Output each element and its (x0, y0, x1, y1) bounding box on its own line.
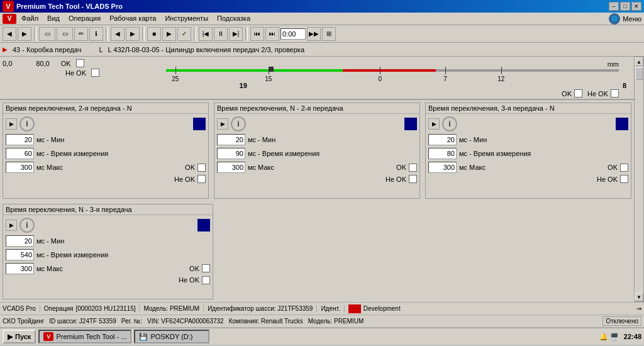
empty-space (216, 201, 634, 303)
top-panels-row: Время переключения, 2-я передача - N ▶ i… (0, 99, 634, 201)
gauge-val1: 0,0 (3, 60, 12, 67)
panel-2-max-input[interactable] (217, 162, 245, 173)
bottom-panel-measure-input[interactable] (6, 249, 34, 260)
menu-view[interactable]: Вид (43, 14, 64, 24)
panel-1-play[interactable]: ▶ (6, 118, 17, 130)
forward-button[interactable]: ▶ (18, 27, 31, 41)
panel-2-title: Время переключения, N - 2-я передача (214, 103, 419, 114)
maximize-button[interactable]: □ (620, 2, 630, 11)
stop-button[interactable]: ■ (147, 27, 161, 41)
panel-1-min-input[interactable] (6, 134, 34, 145)
panel-3-ok-cb[interactable] (620, 164, 628, 172)
start-button[interactable]: ▶ Пуск (3, 330, 36, 343)
panel-2-measure-input[interactable] (217, 148, 245, 159)
panel-3-max-input[interactable] (428, 162, 457, 173)
bottom-panel-measure-row: мс - Время измерения (3, 248, 213, 262)
sep3 (142, 27, 145, 41)
minimize-button[interactable]: – (609, 2, 619, 11)
info-button[interactable]: ℹ (89, 27, 103, 41)
right-value: 8 (623, 82, 626, 89)
skip-prev[interactable]: ⏮ (250, 27, 264, 41)
bottom-panel-controls: ▶ i (3, 215, 213, 234)
info-bar: СКО Тройдинг ID шасси: J24TF 53359 Рег. … (0, 315, 644, 327)
menu-logo: V (3, 14, 16, 24)
menu-workcard[interactable]: Рабочая карта (106, 14, 160, 24)
step-next[interactable]: ▶| (229, 27, 243, 41)
taskbar-item-1[interactable]: V Premium Tech Tool - ... (38, 330, 131, 343)
gauge-ok-section: OK Не OK (562, 89, 631, 98)
back-button[interactable]: ◀ (3, 27, 16, 41)
bottom-panel: Время переключения, N - 3-я передача ▶ i… (3, 204, 213, 300)
panel-2-play[interactable]: ▶ (217, 118, 228, 130)
panel-2-measure-row: мс - Время измерения (214, 147, 419, 160)
menu-tools[interactable]: Инструменты (161, 14, 212, 24)
panel-3-info[interactable]: i (442, 116, 457, 131)
panel-1-info[interactable]: i (19, 116, 35, 131)
info-id: ID шасси: J24TF 53359 (49, 318, 116, 325)
close-button[interactable]: ✕ (631, 2, 641, 11)
panel-2-info[interactable]: i (231, 116, 246, 131)
taskbar-item-2[interactable]: 💾 POSKDY (D:) (134, 330, 209, 343)
menu-file[interactable]: Файл (18, 14, 42, 24)
info-vin: VIN: VF624CPA000063732 (147, 318, 224, 325)
panel-1-measure-input[interactable] (6, 148, 34, 159)
panel-1-min-row: мс - Мин (3, 133, 208, 147)
step-prev[interactable]: |◀ (199, 27, 213, 41)
btn3[interactable]: ✏ (74, 27, 88, 41)
panel-1-measure-label: мс - Время измерения (36, 150, 108, 157)
next-button[interactable]: ▶ (126, 27, 140, 41)
path-left: 43 - Коробка передач (13, 46, 81, 53)
tick-7 (445, 67, 446, 74)
panel-1-ok-cb[interactable] (197, 164, 206, 172)
panel-2-notok-cb[interactable] (409, 175, 417, 183)
time-next[interactable]: ▶▶ (307, 27, 321, 41)
bottom-panel-play[interactable]: ▶ (6, 220, 17, 231)
tick-label-25: 25 (172, 75, 179, 82)
gauge-ok-checkbox[interactable] (76, 59, 84, 67)
gauge-ok-cb2[interactable] (574, 89, 582, 98)
scrollbar-vertical[interactable]: ▲ ▼ (634, 57, 644, 302)
panel-1-notok: Не OK (174, 176, 195, 183)
panel-1-notok-cb[interactable] (197, 175, 206, 183)
panel-1-max-input[interactable] (6, 162, 34, 173)
bottom-panel-ok: OK (189, 265, 199, 272)
skip-next[interactable]: ⏭ (265, 27, 279, 41)
prev-button[interactable]: ◀ (111, 27, 125, 41)
bottom-panel-min-input[interactable] (6, 235, 34, 247)
panel-3-measure-input[interactable] (428, 148, 457, 159)
bottom-panel-notok-cb[interactable] (202, 276, 210, 284)
bottom-panel-max-input[interactable] (6, 263, 34, 274)
btn1[interactable]: ▭ (39, 27, 55, 41)
bottom-panel-max-row: мс Макс OK (3, 262, 213, 276)
panel-2-ok-cb[interactable] (409, 164, 417, 172)
step-pause[interactable]: ⏸ (214, 27, 228, 41)
sep1 (34, 27, 36, 41)
panel-3-min-input[interactable] (428, 134, 457, 145)
panel-3-max-row: мс Макс OK (426, 160, 631, 174)
check-button[interactable]: ✓ (177, 27, 191, 41)
panel-3-play[interactable]: ▶ (428, 118, 440, 130)
bottom-panel-info[interactable]: i (19, 218, 35, 233)
title-bar-controls[interactable]: – □ ✕ (609, 2, 641, 11)
end-button[interactable]: ⊞ (322, 27, 336, 41)
menu-operation[interactable]: Операция (65, 14, 104, 24)
status-app: VCADS Pro (3, 305, 40, 312)
menu-help[interactable]: Подсказка (213, 14, 254, 24)
panel-3-notok-cb[interactable] (620, 175, 628, 183)
taskbar: ▶ Пуск V Premium Tech Tool - ... 💾 POSKD… (0, 327, 644, 345)
menu-items: V Файл Вид Операция Рабочая карта Инстру… (3, 14, 254, 24)
panel-1-indicator (193, 118, 206, 130)
panel-2-max-row: мс Макс OK (214, 160, 419, 174)
bottom-panel-ok-cb[interactable] (202, 264, 210, 272)
gauge-notok-cb2[interactable] (611, 89, 619, 98)
bottom-panel-notok: Не OK (179, 276, 199, 284)
scroll-down-button[interactable]: ▼ (635, 293, 643, 301)
btn2[interactable]: ▭ (57, 27, 73, 41)
play-button[interactable]: ▶ (162, 27, 176, 41)
panel-2: Время переключения, N - 2-я передача ▶ i… (214, 103, 420, 199)
panel-2-min-input[interactable] (217, 134, 245, 145)
scroll-up-button[interactable]: ▲ (635, 57, 643, 66)
gauge-notok-checkbox[interactable] (91, 69, 99, 77)
slider-pointer (269, 67, 274, 72)
scroll-thumb[interactable] (635, 67, 643, 80)
